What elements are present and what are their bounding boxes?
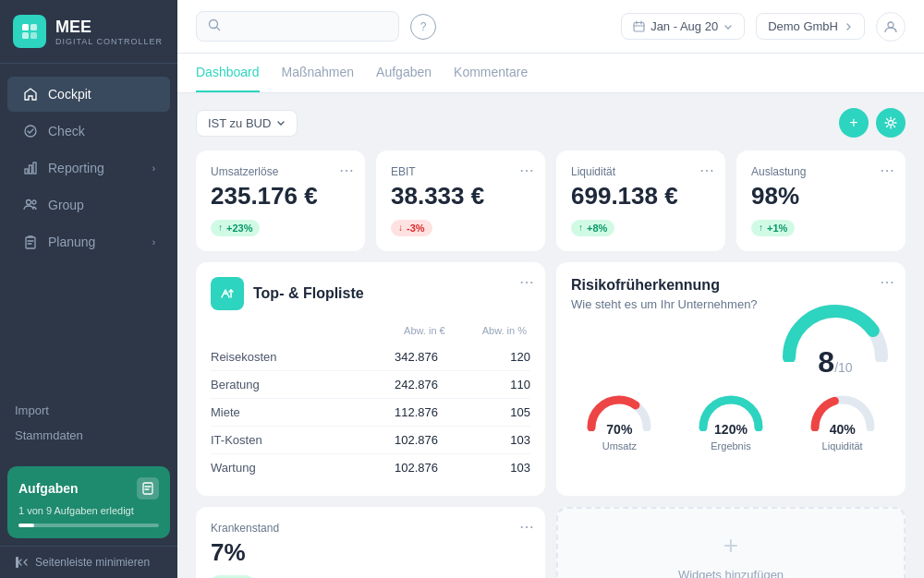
main-content: ? Jan - Aug 20 Demo GmbH Dashboard Maßna… xyxy=(177,0,924,578)
add-widget-button[interactable]: + xyxy=(839,108,869,138)
risiko-score: 8 xyxy=(818,345,834,379)
topflop-more-menu[interactable]: ⋯ xyxy=(519,273,534,291)
sidebar-navigation: Cockpit Check Reporting › Group xyxy=(0,64,177,391)
topflop-title: Top- & Flopliste xyxy=(253,285,364,302)
header: ? Jan - Aug 20 Demo GmbH xyxy=(177,0,924,54)
tab-bar: Dashboard Maßnahmen Aufgaben Kommentare xyxy=(177,54,924,93)
logo-text: MEE DIGITAL CONTROLLER xyxy=(55,18,163,46)
mini-gauge-ergebnis: 120% Ergebnis xyxy=(698,391,764,452)
svg-rect-6 xyxy=(30,165,32,174)
topflop-row: Reisekosten 342.876 120 xyxy=(211,343,530,371)
logo-icon xyxy=(13,15,46,48)
kpi-more-menu-1[interactable]: ⋯ xyxy=(519,162,534,179)
svg-point-15 xyxy=(888,22,894,28)
filter-bar: IST zu BUD + xyxy=(196,108,906,138)
kpi-cards-row: ⋯ Umsatzerlöse 235.176 € ↑ +23% ⋯ EBIT 3… xyxy=(196,151,906,251)
calendar-icon xyxy=(633,20,645,32)
svg-rect-0 xyxy=(22,24,29,30)
kpi-card-ebit: ⋯ EBIT 38.333 € ↓ -3% xyxy=(376,151,545,251)
check-circle-icon xyxy=(22,123,39,139)
kpi-more-menu-0[interactable]: ⋯ xyxy=(339,162,354,179)
svg-point-16 xyxy=(889,121,894,126)
bar-chart-icon xyxy=(22,160,39,176)
svg-point-13 xyxy=(210,20,218,29)
risiko-widget: ⋯ Risikofrüherkennung Wie steht es um Ih… xyxy=(556,262,906,496)
add-widget-label: Widgets hinzufügen xyxy=(678,568,784,578)
sidebar-tasks-widget[interactable]: Aufgaben 1 von 9 Aufgaben erledigt xyxy=(7,466,170,538)
topflop-row: Miete 112.876 105 xyxy=(211,399,530,427)
sidebar-item-check[interactable]: Check xyxy=(7,114,170,149)
sidebar-item-group[interactable]: Group xyxy=(7,187,170,223)
kpi-badge-2: ↑ +8% xyxy=(571,220,614,236)
tab-dashboard[interactable]: Dashboard xyxy=(196,54,260,92)
filter-dropdown[interactable]: IST zu BUD xyxy=(196,110,298,137)
search-box[interactable] xyxy=(196,11,399,42)
home-icon xyxy=(22,86,39,102)
chevron-right-icon-3 xyxy=(844,22,853,31)
tasks-progress-bar xyxy=(18,524,159,527)
search-icon xyxy=(208,18,221,34)
import-link[interactable]: Import xyxy=(15,398,163,423)
last-widgets-row: ⋯ Krankenstand 7% ↑ +1% + Widgets hinzuf… xyxy=(196,507,906,579)
tasks-subtitle: 1 von 9 Aufgaben erledigt xyxy=(18,505,159,516)
svg-rect-3 xyxy=(30,32,37,39)
kpi-card-liquiditaet: ⋯ Liquidität 699.138 € ↑ +8% xyxy=(556,151,725,251)
tasks-title: Aufgaben xyxy=(18,481,79,496)
svg-rect-14 xyxy=(634,23,644,32)
chevron-down-icon-2 xyxy=(276,118,286,127)
krankenstand-widget: ⋯ Krankenstand 7% ↑ +1% xyxy=(196,507,545,579)
minimize-label: Seitenleiste minimieren xyxy=(35,556,150,569)
kpi-badge-3: ↑ +1% xyxy=(751,220,795,236)
add-widget-button-2[interactable]: + Widgets hinzufügen xyxy=(556,507,906,579)
kpi-badge-0: ↑ +23% xyxy=(211,220,260,236)
kpi-more-menu-2[interactable]: ⋯ xyxy=(699,162,714,179)
topflop-widget: ⋯ Top- & Flopliste Abw. in € Abw. in % R… xyxy=(196,262,545,496)
svg-point-4 xyxy=(25,126,36,137)
clipboard-icon xyxy=(22,234,39,250)
tasks-progress-fill xyxy=(18,524,34,527)
search-input[interactable] xyxy=(228,19,367,33)
plus-icon: + xyxy=(723,531,738,560)
kpi-more-menu-3[interactable]: ⋯ xyxy=(880,162,894,179)
tab-aufgaben[interactable]: Aufgaben xyxy=(376,54,432,92)
kpi-card-auslastung: ⋯ Auslastung 98% ↑ +1% xyxy=(736,151,906,251)
dashboard-content: IST zu BUD + ⋯ Umsatzerlöse 235.176 € ↑ … xyxy=(177,93,924,578)
sidebar-item-planung[interactable]: Planung › xyxy=(7,224,170,259)
krankenstand-more-menu[interactable]: ⋯ xyxy=(519,518,534,536)
sidebar-links: Import Stammdaten xyxy=(0,391,177,459)
svg-point-8 xyxy=(27,200,31,205)
risiko-title: Risikofrüherkennung xyxy=(571,277,891,294)
user-avatar[interactable] xyxy=(876,12,906,42)
svg-rect-2 xyxy=(22,32,29,39)
topflop-column-headers: Abw. in € Abw. in % xyxy=(211,325,530,336)
risiko-mini-gauges: 70% Umsatz 120% Ergebnis xyxy=(571,391,891,452)
kpi-card-umsatz: ⋯ Umsatzerlöse 235.176 € ↑ +23% xyxy=(196,151,365,251)
help-button[interactable]: ? xyxy=(410,14,436,40)
filter-actions: + xyxy=(839,108,906,138)
company-selector[interactable]: Demo GmbH xyxy=(756,13,865,40)
settings-button[interactable] xyxy=(876,108,906,138)
tab-massnahmen[interactable]: Maßnahmen xyxy=(282,54,355,92)
sidebar-item-reporting[interactable]: Reporting › xyxy=(7,151,170,186)
svg-rect-1 xyxy=(30,24,37,30)
topflop-row: IT-Kosten 102.876 103 xyxy=(211,427,530,454)
stammdaten-link[interactable]: Stammdaten xyxy=(15,423,163,448)
chevron-right-icon: › xyxy=(152,163,155,174)
topflop-icon xyxy=(211,277,244,310)
svg-rect-10 xyxy=(26,237,35,248)
sidebar-minimize-button[interactable]: Seitenleiste minimieren xyxy=(0,546,177,578)
svg-rect-5 xyxy=(25,169,28,174)
users-icon xyxy=(22,197,39,213)
kpi-badge-1: ↓ -3% xyxy=(391,220,432,236)
topflop-table: Reisekosten 342.876 120 Beratung 242.876… xyxy=(211,343,530,481)
bottom-widgets-row: ⋯ Top- & Flopliste Abw. in € Abw. in % R… xyxy=(196,262,906,496)
risiko-subtitle: Wie steht es um Ihr Unternehmen? xyxy=(571,297,765,311)
tab-kommentare[interactable]: Kommentare xyxy=(454,54,528,92)
sidebar: MEE DIGITAL CONTROLLER Cockpit Check Rep… xyxy=(0,0,177,578)
sidebar-item-cockpit[interactable]: Cockpit xyxy=(7,77,170,112)
topflop-row: Wartung 102.876 103 xyxy=(211,454,530,481)
tasks-icon xyxy=(137,477,159,500)
chevron-right-icon-2: › xyxy=(152,237,155,247)
date-range-selector[interactable]: Jan - Aug 20 xyxy=(621,13,745,40)
risiko-more-menu[interactable]: ⋯ xyxy=(880,273,894,291)
